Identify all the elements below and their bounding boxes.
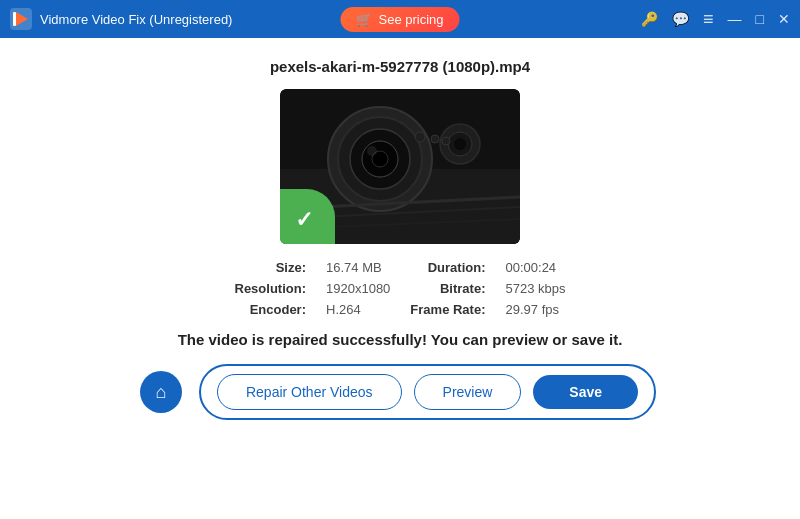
key-icon[interactable]: 🔑 bbox=[641, 11, 658, 27]
home-icon: ⌂ bbox=[156, 382, 167, 403]
action-bar: ⌂ Repair Other Videos Preview Save bbox=[40, 364, 760, 420]
svg-rect-2 bbox=[13, 12, 16, 26]
svg-point-15 bbox=[431, 135, 439, 143]
svg-point-16 bbox=[442, 137, 450, 145]
minimize-button[interactable]: — bbox=[728, 11, 742, 27]
checkmark-icon: ✓ bbox=[295, 207, 313, 233]
chat-icon[interactable]: 💬 bbox=[672, 11, 689, 27]
duration-label: Duration: bbox=[410, 260, 485, 275]
size-value: 16.74 MB bbox=[326, 260, 390, 275]
framerate-label: Frame Rate: bbox=[410, 302, 485, 317]
title-bar-center: 🛒 See pricing bbox=[340, 7, 459, 32]
repair-other-videos-button[interactable]: Repair Other Videos bbox=[217, 374, 402, 410]
resolution-value: 1920x1080 bbox=[326, 281, 390, 296]
see-pricing-button[interactable]: 🛒 See pricing bbox=[340, 7, 459, 32]
bitrate-value: 5723 kbps bbox=[505, 281, 565, 296]
maximize-button[interactable]: □ bbox=[756, 11, 764, 27]
svg-point-14 bbox=[415, 132, 425, 142]
cart-icon: 🛒 bbox=[356, 12, 372, 27]
app-logo-icon bbox=[10, 8, 32, 30]
app-title: Vidmore Video Fix (Unregistered) bbox=[40, 12, 232, 27]
home-button[interactable]: ⌂ bbox=[140, 371, 182, 413]
encoder-value: H.264 bbox=[326, 302, 390, 317]
bitrate-label: Bitrate: bbox=[410, 281, 485, 296]
video-thumbnail-container: ✓ bbox=[280, 89, 520, 244]
duration-value: 00:00:24 bbox=[505, 260, 565, 275]
video-filename: pexels-akari-m-5927778 (1080p).mp4 bbox=[270, 58, 530, 75]
title-bar: Vidmore Video Fix (Unregistered) 🛒 See p… bbox=[0, 0, 800, 38]
save-button[interactable]: Save bbox=[533, 375, 638, 409]
size-label: Size: bbox=[235, 260, 307, 275]
framerate-value: 29.97 fps bbox=[505, 302, 565, 317]
success-message: The video is repaired successfully! You … bbox=[178, 331, 623, 348]
resolution-label: Resolution: bbox=[235, 281, 307, 296]
svg-point-13 bbox=[454, 138, 466, 150]
close-button[interactable]: ✕ bbox=[778, 11, 790, 27]
file-info-grid: Size: 16.74 MB Duration: 00:00:24 Resolu… bbox=[235, 260, 566, 317]
menu-icon[interactable]: ≡ bbox=[703, 9, 714, 30]
title-bar-left: Vidmore Video Fix (Unregistered) bbox=[10, 8, 232, 30]
success-checkmark-badge: ✓ bbox=[280, 189, 335, 244]
title-bar-right: 🔑 💬 ≡ — □ ✕ bbox=[641, 9, 790, 30]
encoder-label: Encoder: bbox=[235, 302, 307, 317]
svg-point-10 bbox=[367, 146, 377, 156]
main-content: pexels-akari-m-5927778 (1080p).mp4 bbox=[0, 38, 800, 519]
preview-button[interactable]: Preview bbox=[414, 374, 522, 410]
action-buttons-group: Repair Other Videos Preview Save bbox=[199, 364, 656, 420]
pricing-label: See pricing bbox=[378, 12, 443, 27]
